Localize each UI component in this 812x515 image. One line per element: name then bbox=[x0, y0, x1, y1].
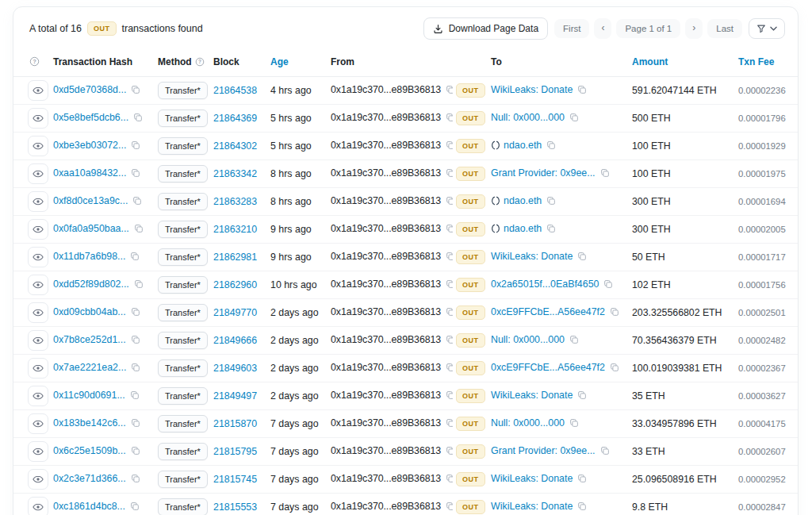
copy-from-button[interactable] bbox=[446, 363, 453, 375]
copy-to-button[interactable] bbox=[603, 279, 613, 291]
tx-hash-link[interactable]: 0x2c3e71d366... bbox=[53, 473, 126, 484]
copy-hash-button[interactable] bbox=[131, 168, 140, 180]
tx-hash-link[interactable]: 0xf8d0ce13a9c... bbox=[53, 195, 128, 206]
to-address-link[interactable]: WikiLeaks: Donate bbox=[491, 501, 573, 512]
block-link[interactable]: 21864538 bbox=[213, 85, 257, 96]
copy-hash-button[interactable] bbox=[131, 307, 140, 319]
copy-to-button[interactable] bbox=[546, 224, 556, 236]
to-address-link[interactable]: Grant Provider: 0x9ee... bbox=[491, 167, 596, 179]
tx-hash-link[interactable]: 0x11db7a6b98... bbox=[53, 251, 125, 262]
to-address-link[interactable]: WikiLeaks: Donate bbox=[491, 251, 573, 262]
eye-details-button[interactable] bbox=[28, 497, 48, 515]
copy-to-button[interactable] bbox=[600, 168, 610, 180]
copy-hash-button[interactable] bbox=[130, 252, 140, 263]
copy-to-button[interactable] bbox=[569, 335, 579, 347]
tx-hash-link[interactable]: 0x7b8ce252d1... bbox=[53, 334, 126, 345]
block-link[interactable]: 21863342 bbox=[213, 168, 257, 179]
tx-hash-link[interactable]: 0x0fa0a950baa... bbox=[53, 223, 129, 234]
to-address-link[interactable]: Null: 0x000...000 bbox=[491, 417, 565, 429]
copy-from-button[interactable] bbox=[446, 279, 453, 291]
eye-details-button[interactable] bbox=[28, 330, 48, 351]
copy-to-button[interactable] bbox=[610, 363, 619, 375]
copy-hash-button[interactable] bbox=[130, 502, 140, 513]
copy-to-button[interactable] bbox=[546, 196, 556, 208]
copy-to-button[interactable] bbox=[577, 502, 587, 513]
to-address-link[interactable]: ndao.eth bbox=[504, 223, 542, 234]
eye-details-button[interactable] bbox=[28, 247, 48, 267]
tx-hash-link[interactable]: 0xaa10a98432... bbox=[53, 167, 126, 179]
to-address-link[interactable]: WikiLeaks: Donate bbox=[491, 84, 573, 95]
tx-hash-link[interactable]: 0xdd52f89d802... bbox=[53, 279, 129, 290]
block-link[interactable]: 21815553 bbox=[213, 502, 257, 513]
block-link[interactable]: 21862960 bbox=[213, 279, 257, 290]
copy-to-button[interactable] bbox=[577, 474, 587, 486]
copy-from-button[interactable] bbox=[446, 168, 453, 180]
copy-to-button[interactable] bbox=[569, 418, 579, 430]
header-txn-fee[interactable]: Txn Fee bbox=[735, 49, 798, 77]
to-address-link[interactable]: Null: 0x000...000 bbox=[491, 334, 565, 345]
eye-details-button[interactable] bbox=[28, 469, 48, 490]
copy-to-button[interactable] bbox=[577, 85, 587, 97]
eye-details-button[interactable] bbox=[28, 163, 48, 184]
tx-hash-link[interactable]: 0x6c25e1509b... bbox=[53, 445, 126, 456]
copy-to-button[interactable] bbox=[577, 252, 587, 263]
block-link[interactable]: 21863283 bbox=[213, 196, 257, 207]
eye-details-button[interactable] bbox=[28, 386, 48, 406]
copy-hash-button[interactable] bbox=[134, 279, 144, 291]
copy-hash-button[interactable] bbox=[131, 418, 140, 430]
copy-hash-button[interactable] bbox=[131, 446, 140, 458]
to-address-link[interactable]: Grant Provider: 0x9ee... bbox=[491, 445, 596, 456]
block-link[interactable]: 21815745 bbox=[213, 474, 257, 485]
eye-details-button[interactable] bbox=[28, 302, 48, 323]
copy-to-button[interactable] bbox=[569, 113, 579, 125]
copy-hash-button[interactable] bbox=[133, 113, 143, 125]
pagination-next-button[interactable]: › bbox=[685, 18, 703, 38]
copy-hash-button[interactable] bbox=[131, 85, 140, 97]
eye-details-button[interactable] bbox=[28, 191, 48, 212]
block-link[interactable]: 21849666 bbox=[213, 335, 257, 346]
to-address-link[interactable]: Null: 0x000...000 bbox=[491, 112, 565, 123]
block-link[interactable]: 21864369 bbox=[213, 113, 257, 124]
copy-hash-button[interactable] bbox=[131, 140, 140, 152]
block-link[interactable]: 21862981 bbox=[213, 252, 257, 263]
tx-hash-link[interactable]: 0x7ae2221ea2... bbox=[53, 362, 126, 373]
to-address-link[interactable]: ndao.eth bbox=[504, 140, 542, 151]
pagination-prev-button[interactable]: ‹ bbox=[594, 18, 611, 38]
eye-details-button[interactable] bbox=[28, 441, 48, 462]
copy-from-button[interactable] bbox=[446, 140, 453, 152]
block-link[interactable]: 21849497 bbox=[213, 390, 257, 402]
copy-hash-button[interactable] bbox=[131, 474, 140, 486]
to-address-link[interactable]: 0xcE9FFCbE...A56ee47f2 bbox=[491, 362, 605, 373]
copy-to-button[interactable] bbox=[546, 140, 556, 152]
eye-details-button[interactable] bbox=[28, 358, 48, 379]
pagination-first-button[interactable]: First bbox=[554, 19, 589, 39]
copy-to-button[interactable] bbox=[610, 307, 619, 319]
eye-details-button[interactable] bbox=[28, 80, 48, 101]
eye-details-button[interactable] bbox=[28, 108, 48, 129]
copy-from-button[interactable] bbox=[446, 502, 453, 513]
download-page-data-button[interactable]: Download Page Data bbox=[423, 17, 548, 40]
tx-hash-link[interactable]: 0x11c90d0691... bbox=[53, 390, 125, 401]
eye-details-button[interactable] bbox=[28, 136, 48, 156]
copy-to-button[interactable] bbox=[577, 390, 587, 402]
copy-hash-button[interactable] bbox=[131, 335, 140, 347]
copy-from-button[interactable] bbox=[446, 307, 453, 319]
eye-details-button[interactable] bbox=[28, 275, 48, 295]
to-address-link[interactable]: 0x2a65015f...0EaBf4650 bbox=[491, 279, 599, 290]
copy-from-button[interactable] bbox=[446, 446, 453, 458]
copy-from-button[interactable] bbox=[446, 85, 453, 97]
copy-from-button[interactable] bbox=[446, 390, 453, 402]
tx-hash-link[interactable]: 0x5e8bef5dcb6... bbox=[53, 112, 128, 123]
copy-from-button[interactable] bbox=[446, 224, 453, 236]
pagination-last-button[interactable]: Last bbox=[707, 19, 742, 39]
block-link[interactable]: 21864302 bbox=[213, 140, 257, 152]
header-age[interactable]: Age bbox=[267, 49, 327, 77]
tx-hash-link[interactable]: 0xd5de70368d... bbox=[53, 84, 126, 95]
copy-from-button[interactable] bbox=[446, 252, 453, 263]
eye-details-button[interactable] bbox=[28, 219, 48, 240]
to-address-link[interactable]: WikiLeaks: Donate bbox=[491, 390, 573, 401]
to-address-link[interactable]: ndao.eth bbox=[504, 195, 542, 206]
block-link[interactable]: 21815870 bbox=[213, 418, 257, 429]
to-address-link[interactable]: 0xcE9FFCbE...A56ee47f2 bbox=[491, 306, 605, 317]
filter-button[interactable] bbox=[749, 18, 785, 39]
